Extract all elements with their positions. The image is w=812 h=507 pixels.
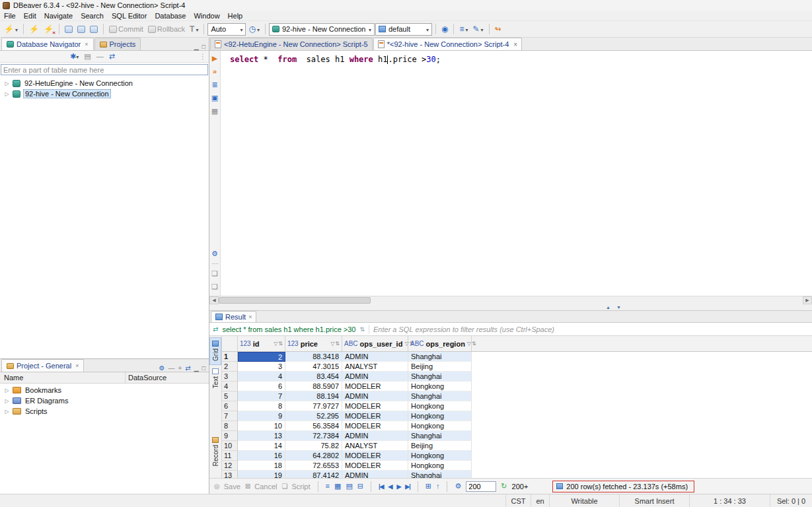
row-number-cell[interactable]: 8 bbox=[222, 421, 238, 431]
export-icon[interactable]: ↑ bbox=[436, 483, 440, 490]
tree-item-scripts[interactable]: ▷ Scripts bbox=[0, 406, 209, 417]
minimize-icon[interactable]: ▁ bbox=[194, 44, 199, 50]
filter-funnel-icon[interactable]: ▽ bbox=[274, 341, 277, 347]
tree-item-hetuengine-connection[interactable]: ▷ 92-HetuEngine - New Connection bbox=[0, 78, 209, 88]
tab-script-4[interactable]: *<92-hive - New Connection> Script-4 × bbox=[373, 38, 523, 50]
edit-value-icon[interactable]: ≡ bbox=[326, 483, 330, 490]
expander-icon[interactable]: ▷ bbox=[4, 91, 10, 97]
minimize-icon[interactable]: ▁ bbox=[194, 365, 199, 372]
tab-project-general[interactable]: Project - General × bbox=[1, 359, 84, 372]
next-page-icon[interactable]: ▶ bbox=[396, 483, 400, 490]
cell-ops-user-id[interactable]: MODELER bbox=[342, 401, 408, 411]
tab-text[interactable]: Text bbox=[209, 365, 221, 392]
cell-ops-region[interactable]: Hongkong bbox=[408, 401, 472, 411]
scroll-right-icon[interactable]: ▶ bbox=[803, 296, 812, 304]
script-button[interactable]: ❏Script bbox=[281, 483, 310, 490]
close-icon[interactable]: × bbox=[513, 41, 517, 48]
tab-database-navigator[interactable]: Database Navigator × bbox=[1, 38, 94, 50]
tab-projects[interactable]: Projects bbox=[94, 38, 141, 50]
menu-edit[interactable]: Edit bbox=[20, 11, 40, 20]
prev-page-icon[interactable]: ◀ bbox=[388, 483, 392, 490]
sort-icon[interactable]: ⇅ bbox=[335, 341, 340, 347]
cell-ops-region[interactable]: Shanghai bbox=[408, 372, 472, 382]
cell-ops-user-id[interactable]: MODELER bbox=[342, 461, 408, 471]
cell-price[interactable]: 87.4142 bbox=[285, 471, 342, 478]
execute-statement-button[interactable]: ▶ bbox=[212, 55, 217, 62]
open-sql-editor-button[interactable] bbox=[63, 22, 75, 36]
edit-button[interactable]: ✎ bbox=[470, 22, 485, 36]
scroll-left-icon[interactable]: ◀ bbox=[209, 296, 219, 304]
tab-record[interactable]: Record bbox=[209, 434, 221, 470]
column-header-id[interactable]: 123 id ▽⇅ bbox=[238, 336, 285, 351]
editor-settings-button[interactable]: ⚙ bbox=[211, 250, 218, 257]
cell-price[interactable]: 75.82 bbox=[285, 441, 342, 451]
cell-id[interactable]: 3 bbox=[238, 362, 285, 372]
grid-toggle-button[interactable]: ▦ bbox=[211, 108, 218, 115]
scroll-track[interactable] bbox=[219, 296, 803, 304]
cell-ops-region[interactable]: Hongkong bbox=[408, 461, 472, 471]
cell-ops-user-id[interactable]: MODELER bbox=[342, 421, 408, 431]
link-editor-icon[interactable]: ⇄ bbox=[185, 365, 190, 372]
column-header-ops-region[interactable]: ABC ops_region ▽⇅ bbox=[408, 336, 472, 351]
sash-up-icon[interactable]: ▲ bbox=[606, 305, 610, 310]
last-page-icon[interactable]: ▶| bbox=[405, 483, 410, 490]
menu-help[interactable]: Help bbox=[224, 11, 247, 20]
cell-ops-region[interactable]: Shanghai bbox=[408, 352, 472, 362]
open-sql-script-button[interactable] bbox=[88, 22, 100, 36]
transaction-mode-button[interactable]: T bbox=[188, 22, 200, 36]
cell-price[interactable]: 88.5907 bbox=[285, 382, 342, 391]
row-number-cell[interactable]: 5 bbox=[222, 391, 238, 401]
open-sql-console-button[interactable] bbox=[75, 22, 87, 36]
scroll-thumb[interactable] bbox=[219, 297, 371, 304]
transaction-log-button[interactable]: ◷ bbox=[246, 22, 262, 36]
row-number-cell[interactable]: 1 bbox=[222, 352, 238, 362]
close-icon[interactable]: × bbox=[75, 362, 79, 369]
menu-sql-editor[interactable]: SQL Editor bbox=[108, 11, 151, 20]
connect-button[interactable]: ⚡ bbox=[27, 22, 41, 36]
autocommit-select[interactable]: Auto bbox=[207, 23, 246, 36]
commit-button[interactable]: Commit bbox=[107, 22, 145, 36]
tree-item-hive-connection[interactable]: ▷ 92-hive - New Connection bbox=[0, 88, 209, 99]
cell-price[interactable]: 88.194 bbox=[285, 391, 342, 401]
sort-icon[interactable]: ⇅ bbox=[472, 341, 476, 347]
fetch-size-input[interactable] bbox=[466, 481, 496, 492]
maximize-icon[interactable]: □ bbox=[202, 365, 205, 372]
cell-price[interactable]: 72.7384 bbox=[285, 431, 342, 441]
cell-ops-user-id[interactable]: MODELER bbox=[342, 382, 408, 391]
row-number-cell[interactable]: 13 bbox=[222, 471, 238, 478]
filter-settings-icon[interactable]: ✱ bbox=[70, 53, 79, 60]
tab-script-5[interactable]: <92-HetuEngine - New Connection> Script-… bbox=[210, 38, 373, 50]
view-menu-icon[interactable]: ⋮ bbox=[200, 53, 206, 60]
filter-funnel-icon[interactable]: ▽ bbox=[330, 341, 334, 347]
menu-window[interactable]: Window bbox=[190, 11, 223, 20]
expander-icon[interactable]: ▷ bbox=[4, 388, 10, 393]
language-indicator[interactable]: en bbox=[531, 494, 549, 507]
close-icon[interactable]: × bbox=[248, 314, 252, 320]
row-number-cell[interactable]: 7 bbox=[222, 411, 238, 421]
cell-price[interactable]: 56.3584 bbox=[285, 421, 342, 431]
cell-ops-region[interactable]: Hongkong bbox=[408, 382, 472, 391]
menu-database[interactable]: Database bbox=[151, 11, 190, 20]
tasks-button[interactable]: ◉ bbox=[439, 22, 450, 36]
menu-navigate[interactable]: Navigate bbox=[40, 11, 77, 20]
cell-id[interactable]: 8 bbox=[238, 401, 285, 411]
new-connection-button[interactable]: ⚡ bbox=[2, 22, 20, 36]
cell-ops-region[interactable]: Shanghai bbox=[408, 471, 472, 478]
cell-ops-region[interactable]: Shanghai bbox=[408, 391, 472, 401]
fetch-more-label[interactable]: 200+ bbox=[512, 483, 529, 490]
minus-icon[interactable]: — bbox=[168, 365, 174, 372]
column-header-price[interactable]: 123 price ▽⇅ bbox=[285, 336, 342, 351]
cell-ops-user-id[interactable]: ADMIN bbox=[342, 372, 408, 382]
cell-ops-user-id[interactable]: ADMIN bbox=[342, 391, 408, 401]
add-row-icon[interactable]: ▦ bbox=[334, 483, 341, 490]
cell-id[interactable]: 9 bbox=[238, 411, 285, 421]
filter-funnel-icon[interactable]: ▽ bbox=[467, 341, 471, 347]
row-number-cell[interactable]: 6 bbox=[222, 401, 238, 411]
cell-ops-region[interactable]: Hongkong bbox=[408, 411, 472, 421]
cell-price[interactable]: 88.3418 bbox=[285, 352, 342, 362]
first-page-icon[interactable]: |◀ bbox=[379, 483, 383, 490]
expander-icon[interactable]: ▷ bbox=[4, 81, 10, 86]
row-number-cell[interactable]: 10 bbox=[222, 441, 238, 451]
column-datasource[interactable]: DataSource bbox=[126, 372, 209, 383]
tab-grid[interactable]: Grid bbox=[209, 337, 221, 365]
